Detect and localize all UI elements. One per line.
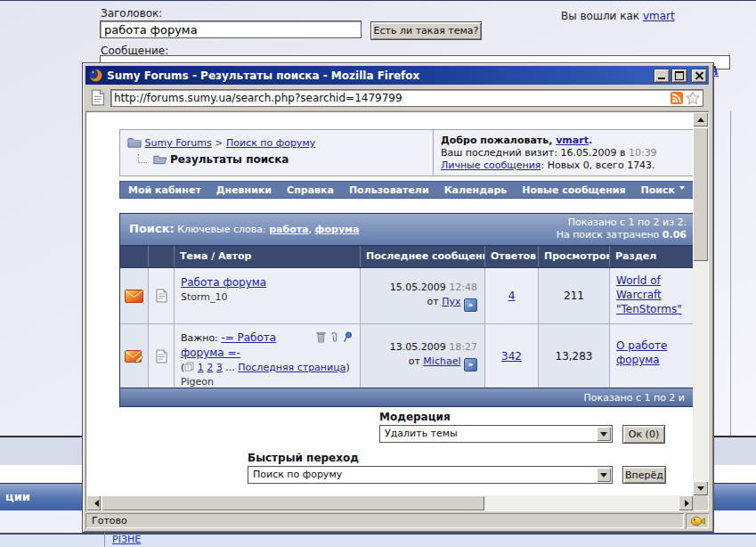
vertical-scroll-thumb[interactable] (693, 127, 708, 261)
open-folder-icon (153, 153, 167, 165)
firefox-window: Sumy Forums - Результаты поиска - Mozill… (82, 62, 714, 533)
page-link-2[interactable]: 2 (207, 362, 213, 373)
rss-feed-icon[interactable] (671, 92, 683, 104)
topic-prefix: Важно: (181, 332, 218, 344)
logged-user-link[interactable]: vmart (643, 10, 675, 22)
breadcrumb-root-link[interactable]: Sumy Forums (145, 137, 212, 149)
private-messages-link[interactable]: Личные сообщения (441, 159, 541, 171)
last-post-by: от Пух (361, 295, 477, 312)
firefox-icon (89, 69, 102, 82)
nav-search-menu[interactable]: Поиск (641, 184, 685, 196)
result-row-1: Работа форума Storm_10 15.05.2009 12:48 … (120, 268, 693, 324)
vertical-scrollbar[interactable] (693, 112, 708, 495)
page-top-rule (0, 0, 756, 1)
breadcrumb-current-row: Результаты поиска (133, 153, 289, 166)
quick-jump-select-value: Поиск по форуму (248, 467, 612, 482)
elapsed-prefix: На поиск затрачено (557, 229, 663, 241)
quick-jump-go-label: Вперёд (625, 469, 663, 481)
last-poster-link[interactable]: Michael (423, 355, 460, 367)
thread-note-icon (156, 289, 167, 303)
last-visit-text: Ваш последний визит: 16.05.2009 в (441, 147, 629, 159)
search-results-header: Поиск: Ключевые слова: работа, форума По… (120, 214, 693, 246)
check-topic-button[interactable]: Есть ли такая тема? (370, 21, 482, 40)
quick-jump-select-arrow[interactable] (597, 468, 611, 482)
last-post-by: от Michael (361, 355, 477, 371)
page-title: Результаты поиска (170, 153, 289, 166)
private-messages-counts: : Новых 0, всего 1743. (541, 159, 654, 171)
thread-attribute-icons (316, 331, 353, 343)
nav-search-label: Поиск (641, 184, 675, 196)
addon-fish-icon[interactable] (690, 515, 705, 527)
horizontal-scroll-thumb[interactable] (102, 495, 484, 510)
trash-icon[interactable] (316, 331, 326, 343)
background-bottom-link[interactable]: РІЗНЕ (112, 534, 141, 545)
minimize-button[interactable] (654, 69, 670, 83)
bookmark-star-icon[interactable] (686, 91, 700, 105)
nav-calendar[interactable]: Календарь (444, 184, 508, 196)
login-status-text: Вы вошли как (561, 10, 643, 22)
last-page-link[interactable]: Последняя страница (238, 362, 345, 373)
moderation-select[interactable]: Удалить темы (379, 425, 613, 443)
chevron-down-icon (600, 432, 607, 440)
horizontal-scrollbar[interactable] (86, 495, 693, 510)
login-status: Вы вошли как vmart (561, 10, 675, 22)
hot-thread-envelope-icon (125, 290, 143, 303)
status-message-panel: Готово (85, 513, 684, 528)
url-text: http://forums.sumy.ua/search.php?searchi… (114, 92, 671, 104)
views-count: 211 (564, 290, 584, 302)
nav-my-cabinet[interactable]: Мой кабинет (128, 184, 201, 196)
search-results-table: Поиск: Ключевые слова: работа, форума По… (119, 213, 693, 389)
forum-section-link[interactable]: О работе форума (616, 339, 687, 367)
quick-jump-go-button[interactable]: Вперёд (622, 466, 666, 484)
status-bar: Готово (85, 513, 709, 528)
column-topic-author: Тема / Автор (175, 246, 361, 267)
scroll-right-button[interactable] (679, 495, 693, 510)
page-link-3[interactable]: 3 (216, 362, 223, 373)
moderation-ok-button[interactable]: Ок (0) (622, 425, 665, 444)
background-cell-rule (104, 533, 105, 547)
last-poster-link[interactable]: Пух (442, 296, 460, 307)
nav-members[interactable]: Пользователи (349, 184, 429, 196)
scroll-down-button[interactable] (693, 481, 708, 495)
chevron-down-icon (600, 473, 607, 481)
replies-count-link[interactable]: 342 (501, 350, 522, 363)
maximize-button[interactable] (671, 69, 687, 83)
last-post-time: 18:27 (449, 341, 477, 353)
paperclip-icon[interactable] (330, 331, 338, 343)
content-frame: Sumy Forums > Поиск по форуму Результаты… (85, 111, 709, 511)
scroll-up-button[interactable] (693, 112, 708, 127)
column-replies: Ответов (485, 246, 539, 267)
replies-count-link[interactable]: 4 (508, 290, 516, 302)
status-text: Готово (85, 515, 127, 527)
goto-last-post-icon[interactable] (464, 298, 477, 312)
welcome-username-link[interactable]: vmart (556, 135, 589, 146)
status-addon-panel[interactable] (686, 513, 709, 528)
url-bar[interactable]: http://forums.sumy.ua/search.php?searchi… (110, 89, 703, 107)
page-proxy-icon[interactable] (91, 89, 105, 106)
results-footer-text: Показано с 1 по 2 и (120, 392, 685, 404)
window-titlebar[interactable]: Sumy Forums - Результаты поиска - Mozill… (85, 66, 709, 85)
scroll-left-button[interactable] (86, 495, 101, 510)
arrow-left-icon (91, 500, 99, 507)
moderation-ok-label: Ок (0) (629, 429, 659, 440)
page-link-1[interactable]: 1 (198, 362, 204, 373)
moderation-select-arrow[interactable] (597, 427, 611, 441)
nav-help[interactable]: Справка (287, 184, 334, 196)
forum-section-link[interactable]: World of Warcraft "TenStorms" (616, 274, 693, 316)
topic-title-input[interactable] (100, 20, 362, 38)
screen: { "page_bg": { "form": { "title_label": … (0, 0, 756, 547)
chevron-down-icon (679, 186, 685, 192)
views-count: 13,283 (556, 350, 593, 363)
pin-icon[interactable] (343, 331, 353, 343)
browser-viewport: Sumy Forums > Поиск по форуму Результаты… (86, 112, 693, 495)
goto-last-post-icon[interactable] (464, 358, 477, 371)
minimize-icon (658, 78, 665, 79)
breadcrumb-section-link[interactable]: Поиск по форуму (226, 137, 315, 149)
close-button[interactable] (691, 69, 707, 83)
nav-blogs[interactable]: Дневники (216, 184, 272, 196)
quick-jump-label: Быстрый переход (248, 452, 359, 464)
arrow-down-icon (697, 486, 704, 494)
nav-new-posts[interactable]: Новые сообщения (522, 184, 625, 196)
quick-jump-select[interactable]: Поиск по форуму (248, 466, 613, 484)
topic-link[interactable]: Работа форума (181, 276, 266, 289)
